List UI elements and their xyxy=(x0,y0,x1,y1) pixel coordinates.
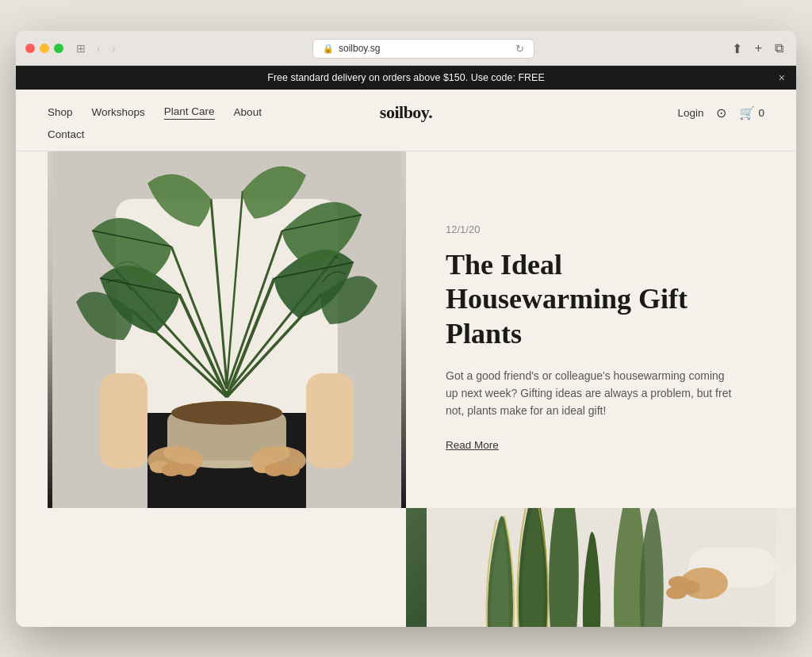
browser-controls: ⊞ ‹ › xyxy=(73,40,118,56)
nav-top: Shop Workshops Plant Care About soilboy.… xyxy=(48,90,764,127)
bottom-image-right xyxy=(406,508,796,627)
site-content: Free standard delivery on orders above $… xyxy=(16,66,796,627)
post-excerpt: Got a good friend's or colleague's house… xyxy=(446,367,733,420)
reload-icon: ↻ xyxy=(515,43,524,55)
svg-point-7 xyxy=(171,401,282,425)
nav-plant-care[interactable]: Plant Care xyxy=(164,105,215,120)
svg-rect-4 xyxy=(306,373,354,468)
browser-chrome: ⊞ ‹ › 🔒 soilboy.sg ↻ ⬆ + ⧉ xyxy=(16,31,796,66)
announcement-close-button[interactable]: × xyxy=(779,71,785,84)
minimize-button[interactable] xyxy=(40,44,49,53)
sidebar-toggle-button[interactable]: ⊞ xyxy=(73,40,89,56)
share-button[interactable]: ⬆ xyxy=(729,40,745,58)
nav-login[interactable]: Login xyxy=(677,107,703,119)
post-date: 12/1/20 xyxy=(446,223,733,235)
cart-count: 0 xyxy=(758,107,764,119)
site-logo: soilboy. xyxy=(380,102,432,123)
nav-shop[interactable]: Shop xyxy=(48,106,73,120)
bottom-row xyxy=(16,508,796,627)
nav-right: Login ⊙ 🛒 0 xyxy=(677,105,764,120)
main-content: 12/1/20 The Ideal Housewarming Gift Plan… xyxy=(16,151,796,508)
announcement-text: Free standard delivery on orders above $… xyxy=(267,72,545,83)
forward-button[interactable]: › xyxy=(109,40,119,56)
site-header: Shop Workshops Plant Care About soilboy.… xyxy=(16,90,796,151)
url-text: soilboy.sg xyxy=(339,43,380,54)
svg-point-35 xyxy=(666,586,687,599)
cart-icon: 🛒 xyxy=(739,105,755,120)
browser-right-controls: ⬆ + ⧉ xyxy=(729,40,787,58)
nav-secondary: Contact xyxy=(48,127,764,151)
plant-image xyxy=(48,151,406,508)
nav-contact[interactable]: Contact xyxy=(48,128,85,140)
back-button[interactable]: ‹ xyxy=(94,40,104,56)
instagram-icon[interactable]: ⊙ xyxy=(716,105,726,120)
svg-point-29 xyxy=(281,464,300,476)
lock-icon: 🔒 xyxy=(323,44,334,54)
post-text: 12/1/20 The Ideal Housewarming Gift Plan… xyxy=(406,151,764,508)
bottom-image-left xyxy=(16,508,406,627)
post-image-container xyxy=(48,151,406,508)
traffic-lights xyxy=(25,44,63,53)
new-tab-button[interactable]: + xyxy=(752,40,765,57)
nav-about[interactable]: About xyxy=(234,106,262,120)
post-title: The Ideal Housewarming Gift Plants xyxy=(446,248,733,351)
url-bar[interactable]: 🔒 soilboy.sg ↻ xyxy=(312,39,534,59)
url-bar-container: 🔒 soilboy.sg ↻ xyxy=(124,39,722,59)
browser-window: ⊞ ‹ › 🔒 soilboy.sg ↻ ⬆ + ⧉ Free standard… xyxy=(16,31,796,627)
read-more-link[interactable]: Read More xyxy=(446,439,499,451)
svg-rect-3 xyxy=(100,373,147,468)
cart-button[interactable]: 🛒 0 xyxy=(739,105,764,120)
announcement-bar: Free standard delivery on orders above $… xyxy=(16,66,796,90)
nav-workshops[interactable]: Workshops xyxy=(92,106,145,120)
nav-left: Shop Workshops Plant Care About xyxy=(48,105,262,120)
svg-point-26 xyxy=(178,464,197,476)
tabs-button[interactable]: ⧉ xyxy=(772,40,787,57)
close-button[interactable] xyxy=(25,44,35,53)
maximize-button[interactable] xyxy=(54,44,63,53)
